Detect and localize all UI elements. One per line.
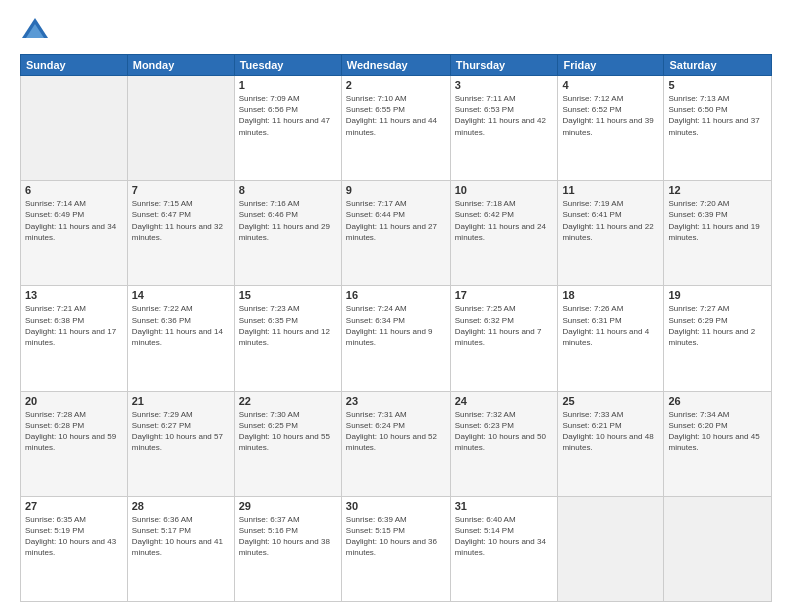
table-row: 2 Sunrise: 7:10 AM Sunset: 6:55 PM Dayli… [341, 76, 450, 181]
col-sunday: Sunday [21, 55, 128, 76]
day-number: 26 [668, 395, 767, 407]
day-detail: Sunrise: 7:33 AM Sunset: 6:21 PM Dayligh… [562, 409, 659, 454]
day-detail: Sunrise: 7:18 AM Sunset: 6:42 PM Dayligh… [455, 198, 554, 243]
table-row: 24 Sunrise: 7:32 AM Sunset: 6:23 PM Dayl… [450, 391, 558, 496]
table-row: 27 Sunrise: 6:35 AM Sunset: 5:19 PM Dayl… [21, 496, 128, 601]
day-detail: Sunrise: 7:32 AM Sunset: 6:23 PM Dayligh… [455, 409, 554, 454]
table-row: 16 Sunrise: 7:24 AM Sunset: 6:34 PM Dayl… [341, 286, 450, 391]
table-row: 8 Sunrise: 7:16 AM Sunset: 6:46 PM Dayli… [234, 181, 341, 286]
table-row: 19 Sunrise: 7:27 AM Sunset: 6:29 PM Dayl… [664, 286, 772, 391]
calendar-header-row: Sunday Monday Tuesday Wednesday Thursday… [21, 55, 772, 76]
day-detail: Sunrise: 7:23 AM Sunset: 6:35 PM Dayligh… [239, 303, 337, 348]
page: Sunday Monday Tuesday Wednesday Thursday… [0, 0, 792, 612]
day-number: 9 [346, 184, 446, 196]
table-row: 21 Sunrise: 7:29 AM Sunset: 6:27 PM Dayl… [127, 391, 234, 496]
day-detail: Sunrise: 7:21 AM Sunset: 6:38 PM Dayligh… [25, 303, 123, 348]
table-row: 15 Sunrise: 7:23 AM Sunset: 6:35 PM Dayl… [234, 286, 341, 391]
day-detail: Sunrise: 7:22 AM Sunset: 6:36 PM Dayligh… [132, 303, 230, 348]
day-detail: Sunrise: 7:25 AM Sunset: 6:32 PM Dayligh… [455, 303, 554, 348]
col-saturday: Saturday [664, 55, 772, 76]
day-number: 30 [346, 500, 446, 512]
table-row: 26 Sunrise: 7:34 AM Sunset: 6:20 PM Dayl… [664, 391, 772, 496]
day-number: 21 [132, 395, 230, 407]
table-row: 1 Sunrise: 7:09 AM Sunset: 6:56 PM Dayli… [234, 76, 341, 181]
col-monday: Monday [127, 55, 234, 76]
table-row: 29 Sunrise: 6:37 AM Sunset: 5:16 PM Dayl… [234, 496, 341, 601]
day-detail: Sunrise: 7:30 AM Sunset: 6:25 PM Dayligh… [239, 409, 337, 454]
table-row: 23 Sunrise: 7:31 AM Sunset: 6:24 PM Dayl… [341, 391, 450, 496]
table-row [127, 76, 234, 181]
day-detail: Sunrise: 7:11 AM Sunset: 6:53 PM Dayligh… [455, 93, 554, 138]
day-detail: Sunrise: 6:37 AM Sunset: 5:16 PM Dayligh… [239, 514, 337, 559]
day-number: 14 [132, 289, 230, 301]
calendar-week-row: 27 Sunrise: 6:35 AM Sunset: 5:19 PM Dayl… [21, 496, 772, 601]
day-detail: Sunrise: 7:09 AM Sunset: 6:56 PM Dayligh… [239, 93, 337, 138]
day-detail: Sunrise: 7:12 AM Sunset: 6:52 PM Dayligh… [562, 93, 659, 138]
day-number: 7 [132, 184, 230, 196]
calendar-week-row: 1 Sunrise: 7:09 AM Sunset: 6:56 PM Dayli… [21, 76, 772, 181]
day-detail: Sunrise: 7:15 AM Sunset: 6:47 PM Dayligh… [132, 198, 230, 243]
table-row: 13 Sunrise: 7:21 AM Sunset: 6:38 PM Dayl… [21, 286, 128, 391]
table-row: 6 Sunrise: 7:14 AM Sunset: 6:49 PM Dayli… [21, 181, 128, 286]
table-row [21, 76, 128, 181]
day-number: 2 [346, 79, 446, 91]
table-row: 14 Sunrise: 7:22 AM Sunset: 6:36 PM Dayl… [127, 286, 234, 391]
table-row [664, 496, 772, 601]
day-number: 23 [346, 395, 446, 407]
table-row: 25 Sunrise: 7:33 AM Sunset: 6:21 PM Dayl… [558, 391, 664, 496]
day-number: 8 [239, 184, 337, 196]
day-detail: Sunrise: 7:17 AM Sunset: 6:44 PM Dayligh… [346, 198, 446, 243]
day-number: 4 [562, 79, 659, 91]
day-detail: Sunrise: 7:14 AM Sunset: 6:49 PM Dayligh… [25, 198, 123, 243]
day-detail: Sunrise: 6:36 AM Sunset: 5:17 PM Dayligh… [132, 514, 230, 559]
day-detail: Sunrise: 7:31 AM Sunset: 6:24 PM Dayligh… [346, 409, 446, 454]
day-number: 10 [455, 184, 554, 196]
table-row: 31 Sunrise: 6:40 AM Sunset: 5:14 PM Dayl… [450, 496, 558, 601]
day-detail: Sunrise: 7:28 AM Sunset: 6:28 PM Dayligh… [25, 409, 123, 454]
table-row: 9 Sunrise: 7:17 AM Sunset: 6:44 PM Dayli… [341, 181, 450, 286]
day-number: 20 [25, 395, 123, 407]
table-row: 22 Sunrise: 7:30 AM Sunset: 6:25 PM Dayl… [234, 391, 341, 496]
day-number: 28 [132, 500, 230, 512]
table-row: 10 Sunrise: 7:18 AM Sunset: 6:42 PM Dayl… [450, 181, 558, 286]
day-detail: Sunrise: 7:34 AM Sunset: 6:20 PM Dayligh… [668, 409, 767, 454]
table-row: 3 Sunrise: 7:11 AM Sunset: 6:53 PM Dayli… [450, 76, 558, 181]
logo-icon [20, 16, 50, 46]
day-detail: Sunrise: 7:29 AM Sunset: 6:27 PM Dayligh… [132, 409, 230, 454]
calendar-week-row: 13 Sunrise: 7:21 AM Sunset: 6:38 PM Dayl… [21, 286, 772, 391]
table-row: 30 Sunrise: 6:39 AM Sunset: 5:15 PM Dayl… [341, 496, 450, 601]
col-tuesday: Tuesday [234, 55, 341, 76]
day-number: 17 [455, 289, 554, 301]
calendar-week-row: 6 Sunrise: 7:14 AM Sunset: 6:49 PM Dayli… [21, 181, 772, 286]
day-detail: Sunrise: 7:10 AM Sunset: 6:55 PM Dayligh… [346, 93, 446, 138]
table-row: 28 Sunrise: 6:36 AM Sunset: 5:17 PM Dayl… [127, 496, 234, 601]
table-row: 12 Sunrise: 7:20 AM Sunset: 6:39 PM Dayl… [664, 181, 772, 286]
day-detail: Sunrise: 7:20 AM Sunset: 6:39 PM Dayligh… [668, 198, 767, 243]
day-number: 5 [668, 79, 767, 91]
col-thursday: Thursday [450, 55, 558, 76]
day-detail: Sunrise: 7:26 AM Sunset: 6:31 PM Dayligh… [562, 303, 659, 348]
table-row: 17 Sunrise: 7:25 AM Sunset: 6:32 PM Dayl… [450, 286, 558, 391]
day-detail: Sunrise: 7:19 AM Sunset: 6:41 PM Dayligh… [562, 198, 659, 243]
table-row: 18 Sunrise: 7:26 AM Sunset: 6:31 PM Dayl… [558, 286, 664, 391]
table-row: 20 Sunrise: 7:28 AM Sunset: 6:28 PM Dayl… [21, 391, 128, 496]
day-number: 18 [562, 289, 659, 301]
calendar-week-row: 20 Sunrise: 7:28 AM Sunset: 6:28 PM Dayl… [21, 391, 772, 496]
day-number: 16 [346, 289, 446, 301]
header [20, 16, 772, 46]
day-detail: Sunrise: 6:35 AM Sunset: 5:19 PM Dayligh… [25, 514, 123, 559]
day-number: 19 [668, 289, 767, 301]
day-number: 15 [239, 289, 337, 301]
logo [20, 16, 54, 46]
day-detail: Sunrise: 7:16 AM Sunset: 6:46 PM Dayligh… [239, 198, 337, 243]
day-number: 12 [668, 184, 767, 196]
table-row: 7 Sunrise: 7:15 AM Sunset: 6:47 PM Dayli… [127, 181, 234, 286]
day-number: 29 [239, 500, 337, 512]
day-number: 13 [25, 289, 123, 301]
table-row: 4 Sunrise: 7:12 AM Sunset: 6:52 PM Dayli… [558, 76, 664, 181]
day-number: 1 [239, 79, 337, 91]
day-detail: Sunrise: 7:27 AM Sunset: 6:29 PM Dayligh… [668, 303, 767, 348]
day-number: 6 [25, 184, 123, 196]
col-wednesday: Wednesday [341, 55, 450, 76]
table-row: 5 Sunrise: 7:13 AM Sunset: 6:50 PM Dayli… [664, 76, 772, 181]
